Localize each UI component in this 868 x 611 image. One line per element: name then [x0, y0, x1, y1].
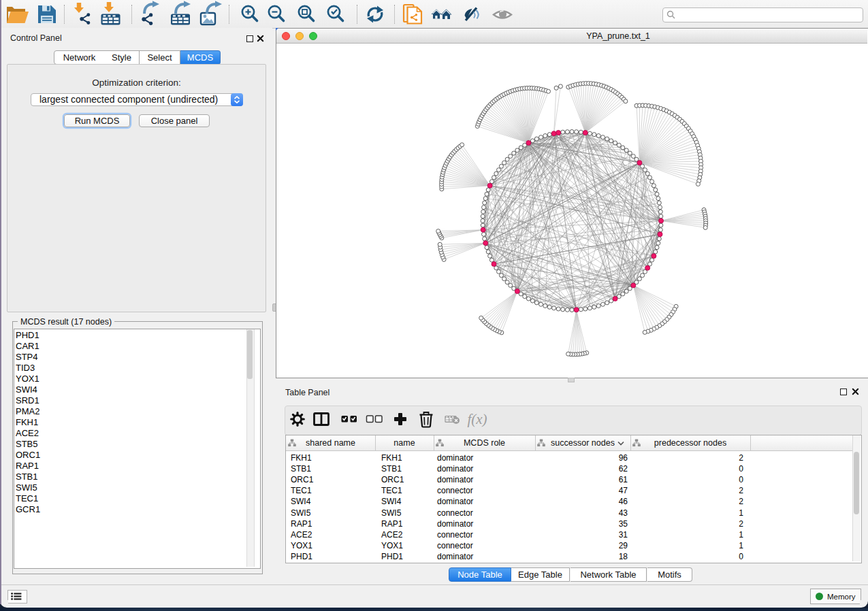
svg-text:f(x): f(x)	[467, 411, 487, 427]
